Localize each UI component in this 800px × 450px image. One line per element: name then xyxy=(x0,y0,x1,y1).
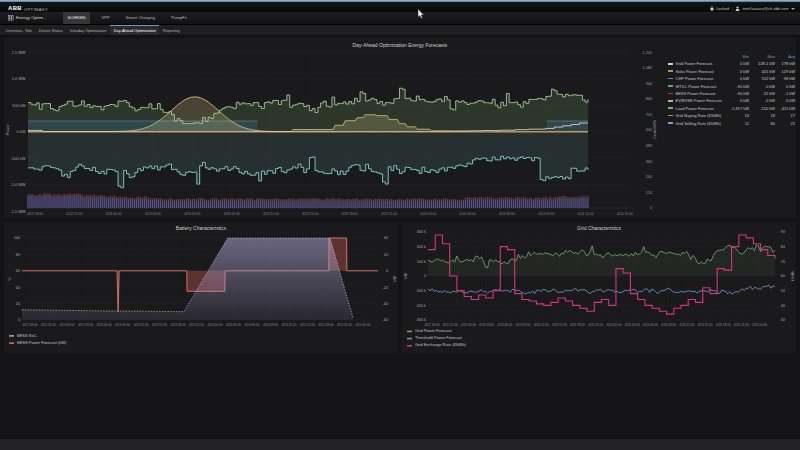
legend-row[interactable]: Grid Power Forecast0 kW128.1 kW178 kW xyxy=(661,61,799,68)
svg-text:240: 240 xyxy=(646,175,652,179)
subnav-item-device-status[interactable]: Device Status xyxy=(35,25,66,35)
svg-text:-1.0 MW: -1.0 MW xyxy=(10,182,25,187)
nav-tab-pumpfit[interactable]: PumpFit xyxy=(166,12,192,25)
svg-text:1.5 MW: 1.5 MW xyxy=(12,50,26,55)
grid-axis-labels: 300 k200 k100 k0-100 k-200 k-300 k908070… xyxy=(404,230,795,327)
svg-text:4/23 21:00: 4/23 21:00 xyxy=(189,323,204,327)
series-grid-power xyxy=(428,245,775,276)
battery-chart-plot[interactable]: 10080604020040200-20-40-604/22 18:004/22… xyxy=(4,222,398,353)
subnav-item-overview-site[interactable]: Overview - Site xyxy=(2,25,35,35)
nav-tab-vpp[interactable]: VPP xyxy=(96,12,114,25)
nav-tab-schems[interactable]: SCHEMS xyxy=(63,12,91,25)
svg-text:4/24 00:00: 4/24 00:00 xyxy=(207,323,222,327)
svg-text:4/23 06:00: 4/23 06:00 xyxy=(184,212,200,216)
svg-text:50: 50 xyxy=(781,289,785,293)
svg-text:4/23 06:00: 4/23 06:00 xyxy=(96,323,111,327)
legend-series-name: WT/LL Power Forecast xyxy=(676,84,717,89)
svg-text:-200 k: -200 k xyxy=(415,304,426,308)
subnav-item-reporting[interactable]: Reporting xyxy=(159,25,183,35)
series-load-power-green xyxy=(28,88,588,131)
svg-text:-20: -20 xyxy=(383,286,389,290)
legend-value-avg: 0 kW xyxy=(765,98,795,103)
svg-text:4/24 03:00: 4/24 03:00 xyxy=(625,323,640,327)
legend-series-name: Solar Power Forecast xyxy=(676,69,714,74)
subnav-item-day-ahead-optimization[interactable]: Day-Ahead Optimization xyxy=(110,25,159,35)
secondary-nav: Overview - SiteDevice StatusIntraday Opt… xyxy=(0,25,800,36)
legend-series-name: Grid Buying Rate (¢/kWh) xyxy=(676,113,722,118)
svg-text:1.0 MW: 1.0 MW xyxy=(12,76,26,81)
legend-row[interactable]: Grid Selling Rate (¢/kWh)118021 xyxy=(661,121,799,128)
legend-row[interactable]: BESS Power Forecast-90 kW41 kW-1 kW xyxy=(661,91,799,98)
svg-text:20: 20 xyxy=(16,302,20,306)
svg-text:4/24 15:00: 4/24 15:00 xyxy=(697,323,712,327)
legend-swatch xyxy=(668,70,673,72)
svg-text:4/22 18:00: 4/22 18:00 xyxy=(27,212,43,216)
nav-app-menu-label: Energy Optim... xyxy=(16,15,47,20)
svg-text:kW: kW xyxy=(393,276,397,282)
legend-col-header-avg: Avg xyxy=(765,54,795,59)
legend-swatch xyxy=(668,78,673,80)
series-rate-bars xyxy=(27,193,588,208)
legend-series-name: Grid Selling Rate (¢/kWh) xyxy=(676,121,721,126)
legend-series-name: Load Power Forecast xyxy=(676,106,714,111)
svg-text:70: 70 xyxy=(781,260,785,264)
svg-text:4/24 06:00: 4/24 06:00 xyxy=(244,323,259,327)
svg-text:1,200: 1,200 xyxy=(642,51,652,55)
legend-row[interactable]: Grid Buying Rate (¢/kWh)161817 xyxy=(661,113,799,120)
svg-text:4/24 03:00: 4/24 03:00 xyxy=(226,323,241,327)
svg-text:80: 80 xyxy=(781,245,785,249)
svg-text:4/23 18:00: 4/23 18:00 xyxy=(342,212,358,216)
svg-text:40: 40 xyxy=(781,304,785,308)
user-email[interactable]: emil.kovacs@ch.abb.com xyxy=(743,6,789,11)
app-header-bar: ABB OPTIMAX® Locked | emil.kovacs@ch.abb… xyxy=(0,2,800,12)
svg-text:80: 80 xyxy=(16,253,20,257)
svg-text:0: 0 xyxy=(650,206,652,210)
svg-text:4/25 00:00: 4/25 00:00 xyxy=(355,323,370,327)
user-menu-caret-icon[interactable] xyxy=(791,8,795,10)
legend-series-name: CHP Power Forecast xyxy=(676,76,714,81)
svg-text:4/22 18:00: 4/22 18:00 xyxy=(22,323,37,327)
svg-text:4/23 12:00: 4/23 12:00 xyxy=(534,323,549,327)
svg-text:0: 0 xyxy=(424,274,426,278)
svg-text:-60: -60 xyxy=(383,318,389,322)
svg-text:20: 20 xyxy=(384,253,388,257)
primary-nav: Energy Optim... SCHEMSVPPSmart ChargingP… xyxy=(0,12,800,26)
legend-swatch xyxy=(668,100,673,102)
legend-row[interactable]: Solar Power Forecast0 kW401 kW129 kW xyxy=(661,69,799,76)
svg-text:4/23 00:00: 4/23 00:00 xyxy=(106,212,122,216)
svg-text:4/24 15:00: 4/24 15:00 xyxy=(300,323,315,327)
svg-text:840: 840 xyxy=(646,97,652,101)
svg-text:40: 40 xyxy=(16,286,20,290)
legend-value-avg: 21 xyxy=(765,121,795,126)
svg-text:-1.5 MW: -1.5 MW xyxy=(10,209,25,214)
legend-value-avg: 0 kW xyxy=(765,84,795,89)
svg-text:4/24 12:00: 4/24 12:00 xyxy=(578,212,594,216)
nav-tab-smart-charging[interactable]: Smart Charging xyxy=(121,12,160,25)
legend-series-name: Grid Power Forecast xyxy=(676,61,713,66)
nav-app-menu[interactable]: Energy Optim... xyxy=(0,12,53,25)
lock-icon xyxy=(710,6,714,11)
svg-text:4/23 18:00: 4/23 18:00 xyxy=(170,323,185,327)
svg-text:-500 kW: -500 kW xyxy=(11,156,26,161)
svg-text:4/23 15:00: 4/23 15:00 xyxy=(152,323,167,327)
svg-text:120: 120 xyxy=(646,191,652,195)
mouse-cursor xyxy=(417,9,425,20)
svg-text:40: 40 xyxy=(384,236,388,240)
svg-text:0 kW: 0 kW xyxy=(16,129,25,134)
panel-grid-characteristics: Grid Characteristics 300 k200 k100 k0-10… xyxy=(402,222,796,353)
svg-text:4/23 06:00: 4/23 06:00 xyxy=(497,323,512,327)
legend-row[interactable]: CHP Power Forecast0 kW152 kW98 kW xyxy=(661,76,799,83)
grid-chart-plot[interactable]: 300 k200 k100 k0-100 k-200 k-300 k908070… xyxy=(402,222,796,353)
svg-text:4/23 15:00: 4/23 15:00 xyxy=(552,323,567,327)
legend-row[interactable]: EV/EVSE Power Forecast0 kW0 kW0 kW xyxy=(661,98,799,105)
legend-row[interactable]: WT/LL Power Forecast-90 kW0 kW0 kW xyxy=(661,84,799,91)
svg-text:4/23 21:00: 4/23 21:00 xyxy=(588,323,603,327)
svg-text:4/23 12:00: 4/23 12:00 xyxy=(133,323,148,327)
svg-text:4/24 09:00: 4/24 09:00 xyxy=(661,323,676,327)
legend-swatch xyxy=(668,122,673,124)
subnav-item-intraday-optimization[interactable]: Intraday Optimization xyxy=(66,25,110,35)
svg-text:4/24 12:00: 4/24 12:00 xyxy=(679,323,694,327)
svg-text:%: % xyxy=(8,277,12,281)
legend-row[interactable]: Load Power Forecast-1,817 kW-150 kW-411 … xyxy=(661,106,799,113)
svg-text:Cents/kWh: Cents/kWh xyxy=(652,120,657,139)
